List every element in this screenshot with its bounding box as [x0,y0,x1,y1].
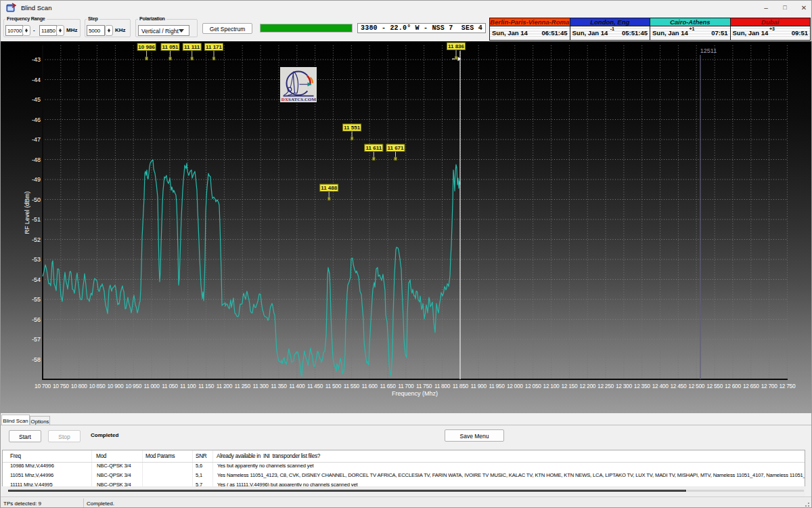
svg-text:11 051: 11 051 [162,44,179,50]
svg-text:11 200: 11 200 [217,383,233,389]
svg-text:12 400: 12 400 [652,383,669,389]
svg-text:11 111: 11 111 [184,44,200,50]
svg-text:12 200: 12 200 [579,383,595,389]
svg-text:-53: -53 [32,256,41,263]
svg-text:12 100: 12 100 [543,383,560,389]
svg-text:-57: -57 [32,336,41,343]
svg-text:-47: -47 [32,136,41,143]
svg-text:12 550: 12 550 [706,383,723,389]
svg-text:11 500: 11 500 [325,383,342,389]
svg-text:-46: -46 [32,117,41,123]
svg-text:11 100: 11 100 [180,383,196,389]
svg-text:11 300: 11 300 [252,383,269,389]
svg-text:10 850: 10 850 [89,383,106,389]
svg-text:10 986: 10 986 [138,44,155,50]
svg-text:12 600: 12 600 [725,383,741,389]
svg-text:-44: -44 [32,77,41,83]
svg-text:-54: -54 [32,276,41,283]
svg-text:-43: -43 [32,56,41,63]
svg-text:-48: -48 [32,156,41,163]
svg-text:12 500: 12 500 [688,383,704,389]
svg-text:-55: -55 [32,296,41,303]
svg-text:11 700: 11 700 [398,383,414,389]
svg-text:11 350: 11 350 [271,383,287,389]
svg-text:12 350: 12 350 [634,383,650,389]
svg-text:12 250: 12 250 [597,383,614,389]
svg-text:11 650: 11 650 [380,383,396,389]
svg-text:10 750: 10 750 [53,383,69,389]
svg-text:12 450: 12 450 [670,383,686,389]
svg-text:10 800: 10 800 [71,383,87,389]
svg-text:10 950: 10 950 [125,383,141,389]
svg-text:11 611: 11 611 [366,145,382,151]
svg-text:12511: 12511 [700,47,717,54]
svg-text:-50: -50 [32,196,41,203]
svg-text:11 150: 11 150 [198,383,215,389]
svg-text:-45: -45 [32,96,41,103]
svg-text:11 750: 11 750 [416,383,432,389]
svg-text:11 050: 11 050 [162,383,178,389]
svg-text:12 650: 12 650 [743,383,759,389]
svg-text:11 000: 11 000 [143,383,160,389]
svg-text:11 850: 11 850 [453,383,469,389]
svg-text:-58: -58 [32,356,41,363]
svg-text:11 550: 11 550 [344,383,360,389]
svg-text:12 050: 12 050 [525,383,541,389]
svg-text:10 700: 10 700 [35,383,51,389]
svg-text:11 800: 11 800 [434,383,451,389]
svg-text:12 700: 12 700 [761,383,777,389]
svg-text:11 950: 11 950 [489,383,505,389]
svg-text:-49: -49 [32,176,41,183]
svg-text:12 000: 12 000 [507,383,523,389]
svg-text:11 450: 11 450 [307,383,323,389]
svg-text:12 300: 12 300 [616,383,632,389]
svg-text:12 750: 12 750 [779,383,795,389]
svg-text:11 171: 11 171 [206,44,223,50]
svg-text:12 150: 12 150 [561,383,577,389]
svg-text:-52: -52 [32,236,41,243]
svg-text:DXSATCS.COM: DXSATCS.COM [281,97,317,102]
svg-text:-56: -56 [32,316,41,323]
svg-text:11 600: 11 600 [361,383,378,389]
svg-text:11 551: 11 551 [344,125,361,131]
svg-text:11 400: 11 400 [289,383,305,389]
svg-text:11 836: 11 836 [448,43,465,49]
svg-text:-51: -51 [32,216,41,223]
svg-text:11 250: 11 250 [235,383,251,389]
svg-text:RF Level (dBm): RF Level (dBm) [24,191,30,234]
svg-text:Frequency (Mhz): Frequency (Mhz) [392,390,438,397]
svg-text:11 900: 11 900 [471,383,487,389]
svg-text:10 900: 10 900 [107,383,123,389]
svg-text:11 488: 11 488 [321,185,338,191]
svg-text:11 671: 11 671 [387,145,404,151]
